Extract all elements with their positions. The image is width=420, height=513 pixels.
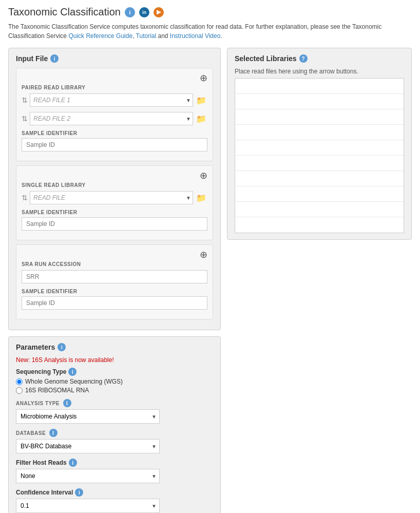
selected-libraries-box bbox=[235, 78, 404, 233]
read-file-1-select[interactable]: READ FILE 1 bbox=[30, 93, 193, 107]
database-label: DATABASE i bbox=[16, 429, 213, 437]
lib-row-4 bbox=[235, 125, 404, 140]
read-file-2-select[interactable]: READ FILE 2 bbox=[30, 112, 193, 125]
add-sra-button[interactable]: ⊕ bbox=[200, 249, 207, 260]
rrna-radio[interactable] bbox=[16, 387, 23, 394]
wgs-label: Whole Genome Sequencing (WGS) bbox=[25, 378, 123, 385]
paired-read-section: ⊕ PAIRED READ LIBRARY ⇅ READ FILE 1 ▼ 📁 bbox=[16, 68, 213, 161]
read-file-single-select[interactable]: READ FILE bbox=[30, 191, 193, 204]
info-icon[interactable]: i bbox=[125, 7, 135, 17]
sample-id-1-input[interactable] bbox=[22, 138, 207, 151]
paired-label: PAIRED READ LIBRARY bbox=[22, 85, 207, 90]
lib-row-8 bbox=[235, 186, 404, 202]
sort-icon-2: ⇅ bbox=[22, 115, 28, 123]
sample-id-2-group: SAMPLE IDENTIFIER bbox=[22, 210, 207, 231]
confidence-label: Confidence Interval i bbox=[16, 488, 213, 497]
rrna-label: 16S RIBOSOMAL RNA bbox=[25, 387, 89, 394]
filter-host-label: Filter Host Reads i bbox=[16, 459, 213, 467]
lib-row-7 bbox=[235, 171, 404, 186]
intro-text: The Taxonomic Classification Service com… bbox=[8, 22, 412, 41]
lib-row-5 bbox=[235, 140, 404, 156]
sra-label: SRA RUN ACCESSION bbox=[22, 261, 207, 267]
filter-host-wrapper: None ▼ bbox=[16, 469, 160, 483]
input-file-title: Input File i bbox=[16, 54, 213, 63]
confidence-wrapper: 0.1 ▼ bbox=[16, 499, 160, 513]
rrna-radio-row: 16S RIBOSOMAL RNA bbox=[16, 387, 213, 394]
sort-icon-1: ⇅ bbox=[22, 96, 28, 104]
guide-link[interactable]: Quick Reference Guide bbox=[68, 32, 132, 40]
sequencing-type-group: Whole Genome Sequencing (WGS) 16S RIBOSO… bbox=[16, 378, 213, 394]
sort-icon-single: ⇅ bbox=[22, 194, 28, 202]
main-layout: Input File i ⊕ PAIRED READ LIBRARY ⇅ REA… bbox=[8, 48, 412, 513]
wgs-radio-row: Whole Genome Sequencing (WGS) bbox=[16, 378, 213, 385]
read-file-1-group: ⇅ READ FILE 1 ▼ 📁 bbox=[22, 93, 207, 107]
read-file-2-group: ⇅ READ FILE 2 ▼ 📁 bbox=[22, 112, 207, 125]
folder-btn-1[interactable]: 📁 bbox=[195, 96, 207, 105]
sample-id-1-group: SAMPLE IDENTIFIER bbox=[22, 130, 207, 151]
database-wrapper: BV-BRC Database ▼ bbox=[16, 439, 160, 453]
play-icon[interactable]: ▶ bbox=[154, 7, 164, 17]
wgs-radio[interactable] bbox=[16, 378, 23, 385]
sequencing-type-label: Sequencing Type i bbox=[16, 368, 213, 376]
sra-input[interactable] bbox=[22, 270, 207, 283]
parameters-info-icon[interactable]: i bbox=[58, 343, 66, 351]
lib-row-1 bbox=[235, 79, 404, 94]
analysis-type-info-icon[interactable]: i bbox=[63, 399, 71, 407]
right-panel: Selected Libraries ? Place read files he… bbox=[227, 48, 412, 240]
single-read-section: ⊕ SINGLE READ LIBRARY ⇅ READ FILE ▼ 📁 bbox=[16, 165, 213, 240]
sample-id-2-label: SAMPLE IDENTIFIER bbox=[22, 210, 207, 215]
analysis-type-wrapper: Microbiome Analysis ▼ bbox=[16, 409, 160, 424]
sample-id-3-input[interactable] bbox=[22, 296, 207, 310]
sequencing-type-info-icon[interactable]: i bbox=[68, 368, 77, 376]
folder-btn-2[interactable]: 📁 bbox=[195, 114, 207, 124]
add-single-button[interactable]: ⊕ bbox=[200, 170, 207, 181]
parameters-title: Parameters i bbox=[16, 343, 213, 351]
sample-id-3-group: SAMPLE IDENTIFIER bbox=[22, 289, 207, 310]
sra-input-group bbox=[22, 270, 207, 283]
page-title: Taxonomic Classification bbox=[8, 6, 121, 18]
lib-row-3 bbox=[235, 109, 404, 125]
input-file-section: Input File i ⊕ PAIRED READ LIBRARY ⇅ REA… bbox=[8, 48, 221, 330]
analysis-type-label: ANALYSIS TYPE i bbox=[16, 399, 213, 407]
lib-row-6 bbox=[235, 156, 404, 171]
parameters-section: Parameters i New: 16S Analysis is now av… bbox=[8, 336, 221, 513]
filter-host-info-icon[interactable]: i bbox=[69, 459, 77, 467]
tutorial-link[interactable]: Tutorial bbox=[136, 32, 157, 40]
folder-btn-single[interactable]: 📁 bbox=[195, 193, 207, 203]
sample-id-2-input[interactable] bbox=[22, 217, 207, 231]
new-badge: New: 16S Analysis is now available! bbox=[16, 356, 213, 364]
video-link[interactable]: Instructional Video bbox=[170, 32, 221, 40]
sra-section: ⊕ SRA RUN ACCESSION SAMPLE IDENTIFIER bbox=[16, 244, 213, 319]
filter-host-select[interactable]: None bbox=[16, 469, 160, 483]
add-paired-button[interactable]: ⊕ bbox=[200, 72, 207, 84]
single-label: SINGLE READ LIBRARY bbox=[22, 182, 207, 188]
selected-libraries-info-icon[interactable]: ? bbox=[299, 54, 308, 63]
lib-row-10 bbox=[235, 217, 404, 233]
database-select[interactable]: BV-BRC Database bbox=[16, 439, 160, 453]
confidence-select[interactable]: 0.1 bbox=[16, 499, 160, 513]
page-header: Taxonomic Classification i in ▶ bbox=[8, 6, 412, 18]
selected-libraries-subtitle: Place read files here using the arrow bu… bbox=[235, 68, 404, 75]
left-panel: Input File i ⊕ PAIRED READ LIBRARY ⇅ REA… bbox=[8, 48, 221, 513]
read-file-single-group: ⇅ READ FILE ▼ 📁 bbox=[22, 191, 207, 204]
sample-id-3-label: SAMPLE IDENTIFIER bbox=[22, 289, 207, 294]
input-file-info-icon[interactable]: i bbox=[50, 54, 59, 63]
sample-id-1-label: SAMPLE IDENTIFIER bbox=[22, 130, 207, 136]
selected-libraries-title: Selected Libraries ? bbox=[235, 54, 404, 63]
lib-row-2 bbox=[235, 94, 404, 109]
lib-row-9 bbox=[235, 202, 404, 217]
analysis-type-select[interactable]: Microbiome Analysis bbox=[16, 409, 160, 424]
selected-libraries-section: Selected Libraries ? Place read files he… bbox=[227, 48, 412, 240]
database-info-icon[interactable]: i bbox=[49, 429, 58, 437]
confidence-info-icon[interactable]: i bbox=[75, 488, 83, 497]
linkedin-icon[interactable]: in bbox=[139, 7, 149, 17]
